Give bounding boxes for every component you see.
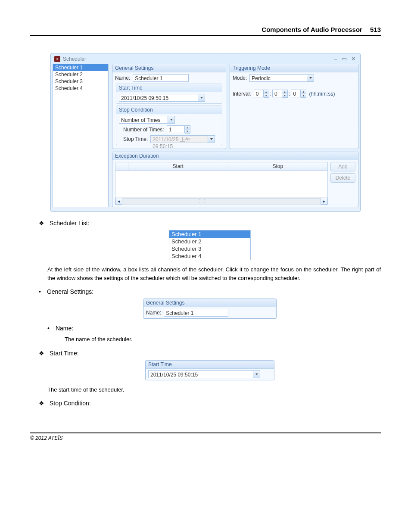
sep-colon: : bbox=[270, 91, 271, 97]
stop-time-input: 2011/10/25 上午 09:50:15 bbox=[150, 135, 208, 143]
chevron-down-icon bbox=[255, 373, 258, 375]
app-icon: X bbox=[54, 56, 60, 62]
maximize-button[interactable]: ▭ bbox=[342, 56, 347, 62]
exception-table-header: Start Stop bbox=[115, 162, 328, 171]
name-heading: Name: bbox=[47, 325, 381, 332]
header-page-number: 513 bbox=[370, 26, 381, 33]
name-label: Name: bbox=[115, 75, 130, 81]
stop-time-label: Stop Time: bbox=[123, 136, 148, 142]
start-time-dropdown[interactable] bbox=[253, 370, 260, 378]
mini-scheduler-list: Scheduler 1 Scheduler 2 Scheduler 3 Sche… bbox=[169, 230, 251, 260]
triggering-mode-panel: Triggering Mode Mode: Periodic Interval bbox=[230, 64, 358, 149]
num-times-spinner[interactable]: ▲▼ bbox=[185, 125, 190, 134]
col-stop: Stop bbox=[228, 162, 328, 170]
scroll-right-icon[interactable]: ▸ bbox=[321, 198, 327, 205]
chevron-down-icon bbox=[170, 119, 173, 121]
list-item[interactable]: Scheduler 4 bbox=[169, 252, 250, 260]
list-item[interactable]: Scheduler 2 bbox=[53, 71, 108, 78]
name-description: The name of the scheduler. bbox=[65, 335, 381, 344]
panel-title: General Settings bbox=[112, 64, 226, 72]
list-item[interactable]: Scheduler 1 bbox=[53, 64, 108, 71]
mode-label: Mode: bbox=[233, 75, 247, 81]
list-item[interactable]: Scheduler 3 bbox=[53, 78, 108, 85]
general-settings-heading: General Settings: bbox=[39, 288, 381, 295]
start-time-input[interactable]: 2011/10/25 09:50:15 bbox=[148, 370, 253, 378]
window-title: Scheduler bbox=[63, 56, 86, 62]
stop-type-select[interactable]: Number of Times bbox=[119, 116, 168, 124]
start-time-dropdown[interactable] bbox=[198, 94, 205, 102]
panel-title: Exception Duration bbox=[112, 152, 358, 160]
start-time-description: The start time of the scheduler. bbox=[47, 386, 381, 394]
scheduler-list-description: At the left side of the window, a box li… bbox=[47, 265, 381, 282]
mini-general-settings-panel: General Settings Name: Scheduler 1 bbox=[143, 299, 277, 319]
mode-dropdown[interactable] bbox=[307, 74, 314, 82]
mode-select[interactable]: Periodic bbox=[249, 74, 307, 82]
exception-duration-panel: Exception Duration Start Stop bbox=[112, 152, 358, 207]
interval-label: Interval: bbox=[233, 91, 251, 97]
horizontal-scrollbar[interactable]: ◂ ⋮⋮ ▸ bbox=[115, 197, 327, 205]
footer-copyright: © 2012 ATEÏS bbox=[30, 432, 381, 441]
chevron-down-icon bbox=[200, 97, 203, 99]
stop-condition-title: Stop Condition bbox=[116, 106, 222, 114]
chevron-down-icon bbox=[210, 138, 213, 140]
delete-button[interactable]: Delete bbox=[330, 173, 355, 183]
interval-units: (hh:mm:ss) bbox=[309, 91, 335, 97]
general-settings-panel: General Settings Name: Scheduler 1 Start… bbox=[112, 64, 226, 149]
chevron-down-icon bbox=[309, 77, 312, 79]
stop-condition-heading: Stop Condition: bbox=[39, 400, 381, 407]
num-times-input[interactable]: 1 bbox=[167, 125, 185, 133]
interval-hh[interactable]: 0 bbox=[254, 90, 264, 97]
interval-mm[interactable]: 0 bbox=[272, 90, 282, 97]
sep-colon: : bbox=[289, 91, 290, 97]
scheduler-list-heading: Scheduler List: bbox=[39, 220, 381, 227]
interval-mm-spinner[interactable]: ▲▼ bbox=[282, 90, 288, 98]
start-time-input[interactable]: 2011/10/25 09:50:15 bbox=[119, 94, 198, 102]
scheduler-list[interactable]: Scheduler 1 Scheduler 2 Scheduler 3 Sche… bbox=[53, 64, 109, 207]
list-item[interactable]: Scheduler 3 bbox=[169, 245, 250, 252]
interval-ss-spinner[interactable]: ▲▼ bbox=[301, 90, 306, 98]
stop-type-dropdown[interactable] bbox=[168, 116, 175, 124]
panel-title: General Settings bbox=[143, 299, 276, 307]
num-times-label: Number of Times: bbox=[123, 127, 164, 133]
panel-title: Start Time bbox=[146, 361, 274, 369]
interval-ss[interactable]: 0 bbox=[291, 90, 301, 97]
name-label: Name: bbox=[146, 310, 161, 316]
minimize-button[interactable]: – bbox=[334, 56, 337, 62]
start-time-heading: Start Time: bbox=[39, 350, 381, 357]
titlebar: X Scheduler – ▭ ✕ bbox=[53, 55, 358, 64]
col-start: Start bbox=[128, 162, 228, 170]
exception-table-body: ◂ ⋮⋮ ▸ bbox=[115, 171, 328, 205]
header-title: Components of Audio Processor bbox=[262, 26, 362, 33]
name-input[interactable]: Scheduler 1 bbox=[133, 74, 189, 82]
list-item[interactable]: Scheduler 4 bbox=[53, 85, 108, 92]
interval-hh-spinner[interactable]: ▲▼ bbox=[264, 90, 269, 98]
close-button[interactable]: ✕ bbox=[351, 56, 356, 62]
list-item[interactable]: Scheduler 1 bbox=[169, 230, 250, 238]
list-item[interactable]: Scheduler 2 bbox=[169, 238, 250, 245]
stop-time-dropdown[interactable] bbox=[208, 135, 215, 143]
page-header: Components of Audio Processor 513 bbox=[30, 26, 381, 36]
scroll-left-icon[interactable]: ◂ bbox=[115, 198, 122, 205]
add-button[interactable]: Add bbox=[330, 162, 355, 171]
scheduler-window: X Scheduler – ▭ ✕ Scheduler 1 Scheduler … bbox=[50, 53, 361, 212]
name-input[interactable]: Scheduler 1 bbox=[164, 309, 228, 317]
start-time-title: Start Time bbox=[116, 84, 222, 92]
panel-title: Triggering Mode bbox=[230, 64, 358, 72]
mini-start-time-panel: Start Time 2011/10/25 09:50:15 bbox=[145, 360, 274, 380]
